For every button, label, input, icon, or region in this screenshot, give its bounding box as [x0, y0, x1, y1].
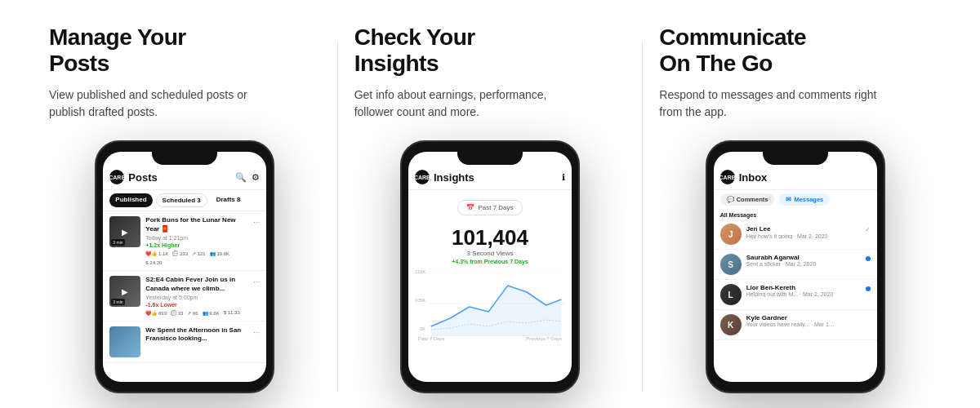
posts-tabs: Published Scheduled 3 Drafts 8 [103, 190, 266, 211]
y-labels: 210K 105K 0K [415, 268, 425, 333]
avatar-saurabh: S [720, 254, 742, 275]
inbox-screen-title: Inbox [739, 171, 768, 184]
duration-1: 3 min [111, 239, 124, 246]
post-stats-1: ❤️👍 1.1K 💬 233 ↗ 121 👥 19.6K $ 24.20 [145, 251, 248, 265]
avatar-kyle: K [720, 314, 742, 335]
phone-notch-posts [152, 150, 217, 165]
insights-title-row: CARB Insights [415, 170, 474, 184]
insights-header-icons: ℹ [562, 172, 565, 183]
time-selector-label: Past 7 Days [478, 204, 513, 211]
post-title-2: S2:E4 Cabin Fever Join us in Canada wher… [145, 276, 248, 293]
post-date-1: Today at 1:21pm [145, 235, 248, 241]
phone-notch-inbox [763, 150, 828, 165]
big-metric: 101,404 3 Second Views +4.3% from Previo… [415, 220, 565, 268]
insights-chart [427, 271, 565, 336]
filter-icon[interactable]: ⚙ [252, 172, 260, 183]
stat-reach-1: 👥 19.6K [210, 251, 229, 256]
message-kyle[interactable]: K Kyle Gardner Your videos have really..… [714, 310, 877, 340]
phone-posts: CARB Posts 🔍 ⚙ Published Scheduled 3 Dra… [95, 140, 274, 393]
msg-content-kyle: Kyle Gardner Your videos have really... … [746, 314, 871, 327]
msg-preview-lior: Helping out with M... · Mar 2, 2020 [746, 291, 836, 297]
message-lior[interactable]: L Lior Ben-Kereth Helping out with M... … [714, 280, 877, 310]
msg-meta-kyle: Kyle Gardner [746, 314, 871, 322]
avatar-jen: J [720, 224, 742, 245]
duration-2: 3 min [111, 299, 124, 305]
stat-revenue-2: $ 11.33 [224, 310, 240, 315]
messages-icon: ✉ [786, 196, 791, 203]
manage-posts-title: Manage YourPosts [49, 24, 186, 77]
tab-published[interactable]: Published [109, 193, 152, 207]
inbox-logo: CARB [720, 170, 735, 184]
phone-inbox: CARB Inbox 💬 Comments ✉ Messages [706, 140, 885, 393]
search-icon[interactable]: 🔍 [235, 172, 247, 183]
chart-container: 210K 105K 0K [415, 268, 565, 336]
msg-meta-lior: Lior Ben-Kereth [746, 284, 871, 291]
y-label-mid: 105K [415, 298, 425, 303]
insights-screen-title: Insights [434, 171, 474, 184]
post-content-1: Pork Buns for the Lunar New Year 🧧 Today… [145, 216, 248, 265]
metric-change: +4.3% from Previous 7 Days [415, 259, 565, 264]
insights-screen: CARB Insights ℹ 📅 Past 7 Days [408, 152, 572, 382]
chart-labels: Past 7 Days Previous 7 Days [415, 336, 565, 341]
time-selector[interactable]: 📅 Past 7 Days [457, 200, 522, 215]
feature-manage-posts: Manage YourPosts View published and sche… [49, 24, 337, 408]
chart-label-prev: Previous 7 Days [526, 336, 562, 341]
manage-posts-desc: View published and scheduled posts or pu… [49, 86, 278, 121]
messages-label: Messages [794, 196, 823, 203]
msg-name-kyle: Kyle Gardner [746, 314, 787, 322]
tab-drafts[interactable]: Drafts 8 [211, 193, 247, 207]
phone-wrapper-insights: CARB Insights ℹ 📅 Past 7 Days [354, 140, 626, 408]
unread-dot-saurabh [866, 256, 871, 261]
msg-preview-jen: Hey how's it going · Mar 2, 2020 [746, 233, 836, 239]
msg-content-lior: Lior Ben-Kereth Helping out with M... · … [746, 284, 871, 297]
msg-content-saurabh: Saurabh Agarwal Sent a sticker · Mar 2, … [746, 254, 871, 267]
comments-icon: 💬 [727, 196, 734, 203]
post-menu-2[interactable]: ··· [253, 277, 260, 286]
posts-screen-title: Posts [128, 171, 157, 184]
tab-comments[interactable]: 💬 Comments [720, 193, 775, 206]
post-content-2: S2:E4 Cabin Fever Join us in Canada wher… [145, 276, 248, 316]
stat-reactions-1: ❤️👍 1.1K [145, 251, 168, 256]
feature-communicate: CommunicateOn The Go Respond to messages… [643, 24, 931, 408]
stat-reach-2: 👥 9.6K [203, 310, 220, 316]
post-content-3: We Spent the Afternoon in San Fransisco … [145, 326, 248, 345]
post-perf-1: +1.2x Higher [145, 242, 248, 248]
inbox-screen: CARB Inbox 💬 Comments ✉ Messages [714, 152, 877, 382]
post-menu-3[interactable]: ··· [253, 328, 260, 337]
post-menu-1[interactable]: ··· [253, 218, 260, 227]
stat-revenue-1: $ 24.20 [145, 260, 162, 265]
message-jen[interactable]: J Jen Lee ✓ Hey how's it going · Mar 2, … [714, 220, 877, 250]
feature-insights: Check YourInsights Get info about earnin… [338, 24, 643, 408]
calendar-icon: 📅 [466, 204, 474, 211]
big-number: 101,404 [415, 227, 565, 248]
phone-insights: CARB Insights ℹ 📅 Past 7 Days [400, 140, 580, 393]
msg-content-jen: Jen Lee ✓ Hey how's it going · Mar 2, 20… [746, 224, 871, 239]
msg-preview-saurabh: Sent a sticker · Mar 2, 2020 [746, 261, 836, 267]
insights-chart-area: 📅 Past 7 Days 101,404 3 Second Views +4.… [408, 190, 572, 346]
phone-notch-insights [457, 150, 523, 165]
stat-shares-1: ↗ 121 [192, 251, 206, 256]
posts-logo: CARB [109, 170, 124, 184]
msg-meta-jen: Jen Lee ✓ [746, 224, 871, 233]
unread-dot-lior [866, 286, 871, 291]
all-messages-label: All Messages [714, 209, 877, 220]
info-icon[interactable]: ℹ [562, 172, 565, 183]
msg-meta-saurabh: Saurabh Agarwal [746, 254, 871, 261]
post-thumb-1: ▶ 3 min [109, 216, 140, 247]
post-item-2: ▶ 3 min S2:E4 Cabin Fever Join us in Can… [103, 271, 266, 322]
message-saurabh[interactable]: S Saurabh Agarwal Sent a sticker · Mar 2… [714, 250, 877, 280]
comments-label: Comments [737, 196, 768, 203]
post-item-1: ▶ 3 min Pork Buns for the Lunar New Year… [103, 211, 266, 271]
tab-messages[interactable]: ✉ Messages [779, 193, 830, 206]
post-stats-2: ❤️👍 693 💬 33 ↗ 66 👥 9.6K $ 11.33 [145, 310, 248, 316]
post-thumb-2: ▶ 3 min [109, 276, 140, 307]
msg-read-jen: ✓ [865, 226, 871, 233]
post-date-2: Yesterday at 5:00pm [145, 295, 248, 300]
communicate-title: CommunicateOn The Go [659, 24, 806, 77]
tab-scheduled[interactable]: Scheduled 3 [156, 193, 207, 207]
msg-name-saurabh: Saurabh Agarwal [746, 254, 800, 261]
y-label-top: 210K [415, 269, 425, 274]
play-icon-2: ▶ [122, 287, 128, 296]
msg-name-lior: Lior Ben-Kereth [746, 284, 795, 291]
msg-name-jen: Jen Lee [746, 225, 771, 233]
